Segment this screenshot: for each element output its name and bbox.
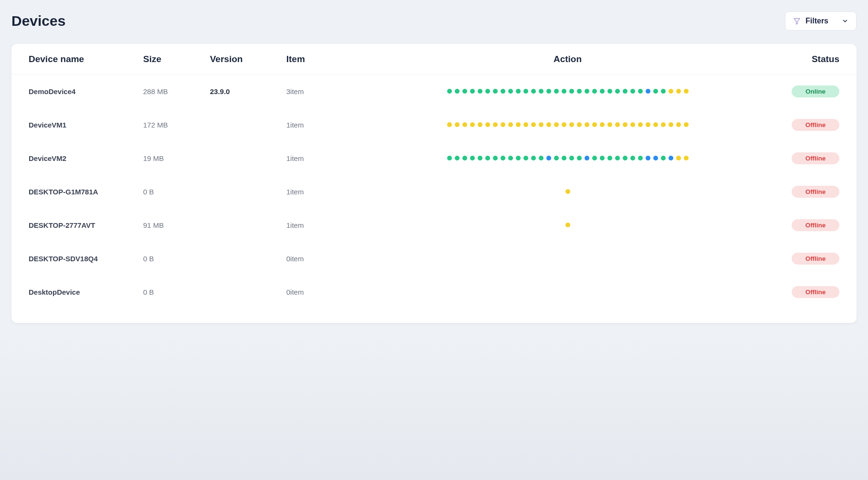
activity-dot-icon (455, 122, 460, 127)
cell-size: 0 B (143, 288, 210, 296)
cell-action (363, 189, 773, 194)
status-badge: Offline (792, 186, 839, 198)
activity-dot-icon (600, 156, 605, 160)
status-badge: Offline (792, 253, 839, 265)
activity-dot-icon (676, 89, 681, 94)
cell-item: 1item (286, 121, 363, 129)
cell-item: 3item (286, 87, 363, 96)
activity-dot-icon (539, 122, 544, 127)
activity-dot-icon (508, 156, 513, 160)
cell-size: 91 MB (143, 221, 210, 229)
cell-item: 0item (286, 288, 363, 296)
activity-dot-icon (638, 89, 643, 94)
activity-dot-icon (508, 122, 513, 127)
cell-status: Online (773, 85, 839, 97)
activity-dot-icon (646, 122, 650, 127)
activity-dot-icon (661, 89, 666, 94)
activity-dot-icon (508, 89, 513, 94)
activity-dot-icon (684, 156, 689, 160)
activity-dot-icon (554, 156, 559, 160)
activity-dot-icon (661, 122, 666, 127)
page-title: Devices (11, 13, 65, 29)
activity-dot-icon (478, 156, 482, 160)
cell-item: 1item (286, 221, 363, 229)
activity-dot-icon (607, 122, 612, 127)
table-row[interactable]: DESKTOP-G1M781A0 B1itemOffline (11, 175, 857, 208)
activity-dot-icon (447, 89, 452, 94)
activity-dot-icon (554, 89, 559, 94)
activity-dot-icon (623, 89, 627, 94)
table-row[interactable]: DemoDevice4288 MB23.9.03itemOnline (11, 75, 857, 108)
activity-dot-icon (569, 89, 574, 94)
activity-dot-icon (470, 122, 475, 127)
table-row[interactable]: DeviceVM219 MB1itemOffline (11, 141, 857, 175)
cell-status: Offline (773, 119, 839, 131)
cell-device-name: DESKTOP-SDV18Q4 (29, 255, 143, 263)
activity-dot-icon (546, 89, 551, 94)
cell-action (363, 122, 773, 127)
cell-size: 288 MB (143, 87, 210, 96)
activity-dot-icon (539, 89, 544, 94)
activity-dot-icon (485, 156, 490, 160)
activity-dot-icon (501, 89, 505, 94)
activity-dot-icon (653, 156, 658, 160)
activity-dot-icon (585, 89, 589, 94)
cell-action (363, 89, 773, 94)
activity-dot-icon (600, 122, 605, 127)
activity-dot-icon (630, 122, 635, 127)
cell-item: 1item (286, 154, 363, 162)
activity-dot-icon (462, 89, 467, 94)
activity-dot-icon (607, 89, 612, 94)
activity-dot-icon (600, 89, 605, 94)
activity-dot-icon (623, 122, 627, 127)
cell-action (363, 223, 773, 227)
activity-dot-icon (676, 156, 681, 160)
activity-dot-icon (565, 189, 570, 194)
activity-dot-icon (592, 156, 597, 160)
table-row[interactable]: DESKTOP-SDV18Q40 B0itemOffline (11, 242, 857, 275)
activity-dot-icon (638, 156, 643, 160)
activity-dot-icon (669, 89, 673, 94)
activity-dot-icon (669, 156, 673, 160)
activity-dot-icon (615, 89, 620, 94)
devices-table-card: Device name Size Version Item Action Sta… (11, 44, 857, 323)
activity-dot-icon (501, 156, 505, 160)
activity-dot-icon (630, 89, 635, 94)
activity-dot-icon (585, 122, 589, 127)
activity-dot-icon (646, 89, 650, 94)
col-header-version: Version (210, 54, 286, 64)
activity-dot-icon (493, 89, 498, 94)
cell-device-name: DeviceVM1 (29, 121, 143, 129)
activity-dot-icon (592, 122, 597, 127)
cell-size: 0 B (143, 255, 210, 263)
col-header-status: Status (773, 54, 839, 64)
activity-dot-icon (623, 156, 627, 160)
activity-dot-icon (485, 122, 490, 127)
activity-dot-icon (577, 122, 582, 127)
filters-label: Filters (805, 17, 837, 25)
table-row[interactable]: DesktopDevice0 B0itemOffline (11, 275, 857, 309)
cell-status: Offline (773, 253, 839, 265)
cell-action (363, 156, 773, 160)
activity-dot-icon (531, 122, 536, 127)
table-row[interactable]: DESKTOP-2777AVT91 MB1itemOffline (11, 208, 857, 242)
activity-dot-icon (546, 156, 551, 160)
activity-dot-icon (661, 156, 666, 160)
status-badge: Online (792, 85, 839, 97)
activity-dot-icon (516, 89, 521, 94)
table-row[interactable]: DeviceVM1172 MB1itemOffline (11, 108, 857, 141)
cell-version: 23.9.0 (210, 87, 286, 96)
activity-dot-icon (462, 122, 467, 127)
filters-button[interactable]: Filters (785, 11, 857, 31)
activity-dot-icon (607, 156, 612, 160)
col-header-action: Action (363, 54, 773, 64)
activity-dot-icon (646, 156, 650, 160)
activity-dot-icon (523, 122, 528, 127)
cell-device-name: DemoDevice4 (29, 87, 143, 96)
activity-dot-icon (447, 156, 452, 160)
table-body: DemoDevice4288 MB23.9.03itemOnlineDevice… (11, 75, 857, 309)
activity-dot-icon (569, 156, 574, 160)
activity-dot-icon (669, 122, 673, 127)
activity-dot-icon (638, 122, 643, 127)
activity-dot-icon (615, 122, 620, 127)
